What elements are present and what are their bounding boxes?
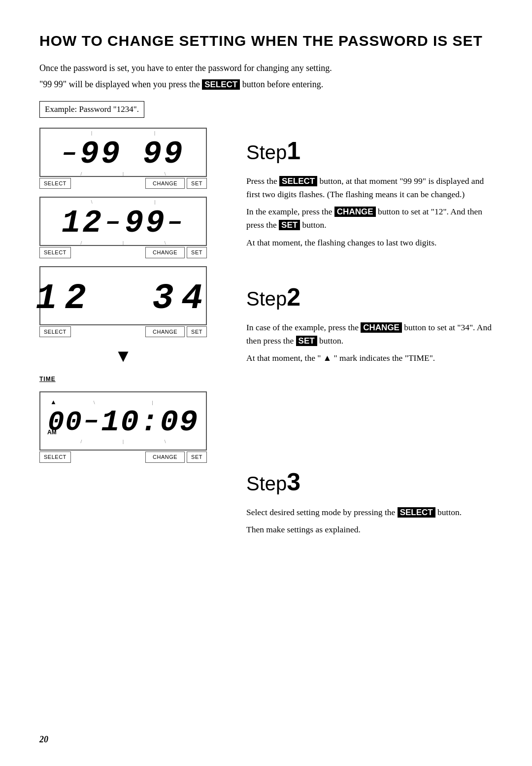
display2-dash2: – [167, 210, 185, 236]
display3-num2: 34 [152, 281, 210, 316]
display4: ▲ \ | 00 – 10 : 09 / | \ AM [39, 391, 207, 451]
tick8: / [80, 239, 82, 246]
step3-p1-suffix: button. [435, 507, 462, 517]
display1-tick-bottom: / | \ [45, 170, 201, 177]
btn-select-2: SELECT [39, 247, 71, 258]
tick14: | [123, 438, 124, 445]
display2: \ | 12 – 99 – / | \ [39, 197, 207, 246]
select-highlight-intro: SELECT [202, 79, 240, 90]
left-column: | | – 99 99 / | \ SELECT CHANGE SET [39, 128, 227, 463]
display1-wrapper: | | – 99 99 / | \ SELECT CHANGE SET [39, 128, 207, 189]
display3-space [94, 281, 152, 316]
btn-select-1: SELECT [39, 178, 71, 189]
step1-p1-prefix: Press the [246, 176, 279, 186]
btn-change-2: CHANGE [145, 247, 185, 258]
display2-num1: 12 [62, 208, 103, 239]
btn-set-1: SET [187, 178, 207, 189]
step1-para2: In the example, press the CHANGE button … [246, 205, 493, 232]
step1-select-highlight: SELECT [279, 176, 317, 186]
main-content: | | – 99 99 / | \ SELECT CHANGE SET [39, 128, 493, 552]
display2-tick-top: \ | [45, 198, 201, 206]
step2-section: Step2 In case of the example, press the … [246, 279, 493, 365]
display3-num1: 12 [35, 281, 94, 316]
btn-select-4: SELECT [39, 452, 71, 463]
step1-p2-end: button. [300, 220, 326, 230]
step3-select-highlight: SELECT [398, 507, 435, 518]
step1-change-highlight: CHANGE [334, 207, 376, 217]
display1-tick-top: | | [45, 129, 201, 137]
am-label: AM [47, 428, 57, 437]
tick13: / [80, 438, 82, 445]
step1-word: Step [246, 141, 287, 163]
intro-line2-suffix: button before entering. [240, 79, 323, 89]
btn-change-4: CHANGE [145, 452, 185, 463]
step3-word: Step [246, 473, 287, 494]
triangle-mark: ▲ [50, 397, 57, 407]
time-label: TIME [39, 375, 56, 383]
display1-digits: 99 99 [80, 139, 185, 170]
display4-num3: 09 [160, 407, 199, 438]
intro-line2-prefix: "99 99" will be displayed when you press… [39, 79, 202, 89]
step1-num: 1 [287, 137, 300, 165]
tick1: | [91, 129, 92, 137]
step1-para1: Press the SELECT button, at that moment … [246, 174, 493, 201]
step2-para1: In case of the example, press the CHANGE… [246, 321, 493, 348]
arrow-down: ▼ [39, 347, 207, 365]
intro-line1: Once the password is set, you have to en… [39, 62, 493, 75]
step3-heading: Step3 [246, 464, 493, 501]
step1-p2-prefix: In the example, press the [246, 207, 334, 216]
step2-p1-end: button. [317, 336, 343, 346]
tick6: \ [91, 198, 93, 206]
tick10: \ [165, 239, 166, 246]
step2-p1-prefix: In case of the example, press the [246, 322, 361, 332]
display4-wrapper: ▲ \ | 00 – 10 : 09 / | \ AM [39, 391, 207, 463]
example-label: Example: Password "1234". [39, 101, 144, 118]
display1: | | – 99 99 / | \ [39, 128, 207, 177]
intro-line2: "99 99" will be displayed when you press… [39, 78, 493, 91]
step2-para2: At that moment, the " ▲ " mark indicates… [246, 351, 493, 365]
btn-set-2: SET [187, 247, 207, 258]
right-column: Step1 Press the SELECT button, at that m… [246, 128, 493, 552]
step3-p1-prefix: Select desired setting mode by pressing … [246, 507, 398, 517]
step1-section: Step1 Press the SELECT button, at that m… [246, 133, 493, 249]
display1-buttons: SELECT CHANGE SET [39, 178, 207, 189]
step3-para1: Select desired setting mode by pressing … [246, 506, 493, 519]
display3-wrapper: 12 34 SELECT CHANGE SET [39, 266, 207, 338]
display4-tick-bottom: / | \ [45, 438, 201, 445]
tick7: | [154, 198, 155, 206]
tick5: \ [165, 170, 166, 177]
display4-dash: – [84, 409, 100, 434]
step1-para3: At that moment, the flashing changes to … [246, 236, 493, 249]
tick3: / [80, 170, 82, 177]
display2-wrapper: \ | 12 – 99 – / | \ SELECT CHANGE [39, 197, 207, 258]
btn-change-1: CHANGE [145, 178, 185, 189]
step3-section: Step3 Select desired setting mode by pre… [246, 464, 493, 536]
display2-buttons: SELECT CHANGE SET [39, 247, 207, 258]
page-number: 20 [39, 733, 48, 746]
display1-number: – 99 99 [62, 139, 184, 170]
step1-set-highlight: SET [279, 220, 300, 230]
btn-set-4: SET [187, 452, 207, 463]
display3-number: 12 34 [35, 281, 210, 316]
display2-number: 12 – 99 – [62, 208, 185, 239]
display3: 12 34 [39, 266, 207, 325]
display2-dash: – [105, 210, 123, 236]
step2-word: Step [246, 288, 287, 310]
page-title: HOW TO CHANGE SETTING WHEN THE PASSWORD … [39, 30, 493, 52]
tick9: | [123, 239, 124, 246]
tick4: | [123, 170, 124, 177]
step2-num: 2 [287, 283, 300, 311]
tick11: \ [94, 399, 95, 406]
step3-num: 3 [287, 468, 300, 496]
display3-buttons: SELECT CHANGE SET [39, 326, 207, 338]
display2-num2: 99 [125, 208, 166, 239]
display4-colon: : [140, 407, 160, 438]
step2-heading: Step2 [246, 279, 493, 316]
btn-select-3: SELECT [39, 326, 71, 338]
display4-buttons: SELECT CHANGE SET [39, 452, 207, 463]
display2-tick-bottom: / | \ [45, 239, 201, 246]
step2-set-highlight: SET [296, 336, 317, 346]
step2-change-highlight: CHANGE [361, 322, 402, 333]
btn-change-3: CHANGE [145, 326, 185, 338]
tick15: \ [165, 438, 166, 445]
